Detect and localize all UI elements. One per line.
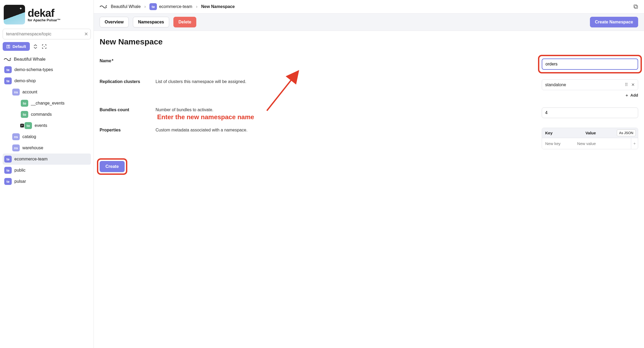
tab-overview[interactable]: Overview [100,17,129,27]
sidebar-item-label: public [14,168,26,173]
sidebar: dekaf for Apache Pulsar™ ✕ ⚿ Default Bea… [0,0,94,348]
tab-namespaces[interactable]: Namespaces [133,17,169,27]
crumb-root[interactable]: Beautiful Whale [111,4,141,9]
sidebar-item-label: warehouse [22,146,43,150]
page-title: New Namespace [100,37,638,46]
form-row-name: Name [100,54,638,74]
tenant-badge: te [149,3,157,10]
sidebar-item-catalog[interactable]: nscatalog [3,131,91,142]
create-button[interactable]: Create [100,161,125,172]
sidebar-toolbar: ⚿ Default [3,42,91,51]
name-label: Name [100,59,113,63]
as-json-button[interactable]: As JSON [617,130,636,136]
add-property-button[interactable]: ＋ [631,138,638,149]
clear-search-icon[interactable]: ✕ [84,31,88,37]
form-row-replication: Replication clusters List of clusters th… [100,74,638,103]
te-badge: te [4,167,12,174]
bundles-label: Bundles count [100,107,129,112]
partitioned-indicator: P [20,124,24,127]
plus-icon: ＋ [625,93,629,98]
svg-point-0 [44,46,44,47]
main: Beautiful Whale › te ecommerce-team › Ne… [94,0,644,348]
sidebar-item-label: demo-shop [14,78,36,83]
sidebar-item-label: account [22,90,37,94]
form-row-bundles: Bundles count Number of bundles to activ… [100,103,638,123]
sidebar-item-label: ecommerce-team [14,157,47,161]
chevron-right-icon: › [196,4,197,9]
props-value-input[interactable] [574,138,631,149]
te-badge: te [4,178,12,185]
sidebar-item-public[interactable]: tepublic [3,165,91,176]
sidebar-root-label: Beautiful Whale [14,57,46,62]
props-value-header: Value [582,128,614,138]
whale-icon [100,4,107,9]
logo: dekaf for Apache Pulsar™ [3,3,91,28]
content: New Namespace Name Replication clusters … [94,31,644,179]
form-row-properties: Properties Custom metadata associated wi… [100,123,638,154]
props-key-header: Key [542,128,582,138]
logo-icon [4,5,25,24]
create-namespace-button[interactable]: Create Namespace [590,17,638,27]
whale-icon [4,57,11,62]
crumb-tenant-label: ecommerce-team [159,4,192,9]
remove-cluster-icon[interactable]: ✕ [631,82,635,87]
properties-desc: Custom metadata associated with a namesp… [156,128,247,132]
svg-rect-1 [635,6,638,9]
drag-handle-icon[interactable]: ⠿ [625,82,628,87]
to-badge: to [21,100,28,107]
props-key-input[interactable] [542,138,574,149]
te-badge: te [4,66,12,73]
sidebar-item-pulsar[interactable]: tepulsar [3,176,91,187]
add-label: Add [630,93,638,98]
sidebar-item-label: pulsar [14,179,26,184]
properties-label: Properties [100,128,121,132]
sidebar-item-events[interactable]: Ptoevents [3,120,91,131]
ns-badge: ns [12,133,20,140]
cluster-item: standalone ⠿ ✕ [542,79,638,90]
copy-icon[interactable] [633,4,638,9]
tabs-bar: Overview Namespaces Delete Create Namesp… [94,13,644,31]
default-key-button[interactable]: ⚿ Default [3,42,30,51]
focus-icon[interactable] [41,43,47,50]
te-badge: te [4,77,12,84]
name-input[interactable] [542,59,638,70]
chevron-right-icon: › [144,4,146,9]
bundles-desc: Number of bundles to activate. [156,107,213,112]
sidebar-tree: Beautiful Whale tedemo-schema-typestedem… [3,55,91,187]
sidebar-item-label: demo-schema-types [14,67,53,72]
cluster-name: standalone [545,82,566,87]
sidebar-item-commands[interactable]: tocommands [3,109,91,120]
replication-desc: List of clusters this namespace will be … [156,79,246,84]
to-badge: to [21,111,28,118]
crumb-current: New Namespace [201,4,235,9]
sidebar-item-demo-schema-types[interactable]: tedemo-schema-types [3,64,91,75]
search-input[interactable] [3,29,91,39]
breadcrumbs: Beautiful Whale › te ecommerce-team › Ne… [94,0,644,13]
sidebar-item-account[interactable]: nsaccount [3,86,91,98]
add-cluster-link[interactable]: ＋ Add [542,93,638,98]
sidebar-item-label: catalog [22,134,36,139]
properties-table: Key Value As JSON ＋ [542,128,638,149]
sidebar-item-label: commands [31,112,52,117]
svg-rect-2 [634,5,637,8]
sidebar-item-label: __change_events [31,101,64,106]
collapse-icon[interactable] [32,43,38,50]
te-badge: te [4,156,12,163]
search-field-wrap: ✕ [3,29,91,39]
sidebar-item-warehouse[interactable]: nswarehouse [3,142,91,154]
sidebar-item-__change_events[interactable]: to__change_events [3,98,91,109]
bundles-input[interactable] [542,107,638,118]
ns-badge: ns [12,89,20,96]
brand-subtitle: for Apache Pulsar™ [28,18,61,22]
sidebar-item-ecommerce-team[interactable]: teecommerce-team [3,154,91,165]
tab-delete[interactable]: Delete [173,17,196,27]
sidebar-item-label: events [35,123,47,128]
sidebar-root[interactable]: Beautiful Whale [3,55,91,64]
sidebar-item-demo-shop[interactable]: tedemo-shop [3,75,91,86]
default-label: Default [13,44,26,49]
replication-label: Replication clusters [100,79,140,84]
brand-name: dekaf [28,7,61,19]
to-badge: to [25,122,32,129]
key-icon: ⚿ [6,44,10,49]
crumb-tenant[interactable]: te ecommerce-team [149,3,192,10]
